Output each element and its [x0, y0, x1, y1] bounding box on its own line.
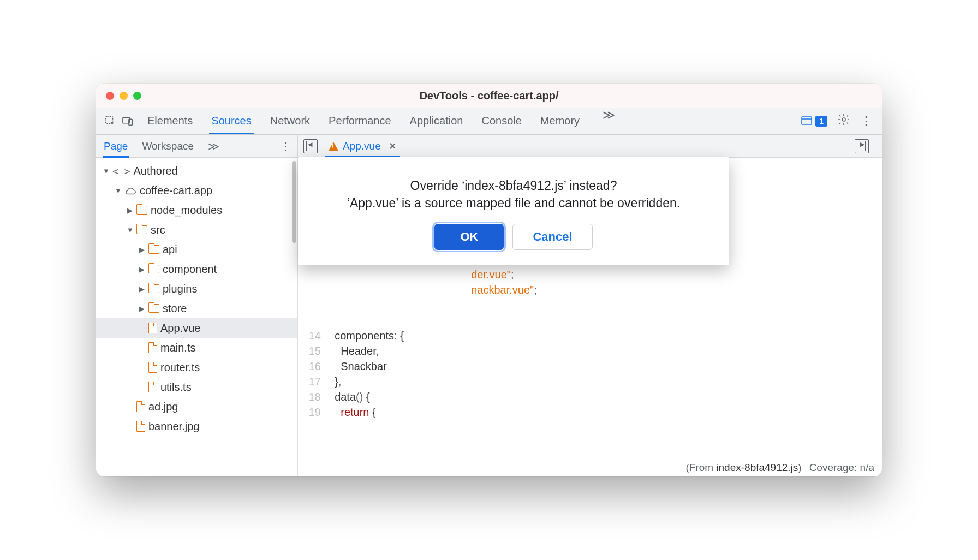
chevron-down-icon	[127, 226, 133, 234]
navigator-tabs: Page Workspace ≫ ⋮	[96, 135, 298, 157]
svg-point-4	[842, 118, 845, 121]
file-icon	[148, 382, 157, 392]
window-title: DevTools - coffee-cart.app/	[96, 90, 882, 102]
tab-memory[interactable]: Memory	[540, 108, 580, 134]
more-options-icon[interactable]: ⋮	[860, 114, 872, 128]
svg-rect-2	[129, 119, 132, 125]
tab-sources[interactable]: Sources	[211, 108, 251, 134]
tree-file-main-ts[interactable]: main.ts	[96, 338, 297, 358]
chevron-right-icon	[139, 265, 145, 273]
file-icon	[148, 362, 157, 373]
tree-authored[interactable]: < > Authored	[96, 161, 297, 181]
tree-folder-node-modules[interactable]: node_modules	[96, 200, 297, 220]
tabs-overflow-icon[interactable]: ≫	[598, 108, 619, 134]
toggle-navigator-icon[interactable]	[303, 139, 318, 153]
tree-domain[interactable]: coffee-cart.app	[96, 181, 297, 200]
zoom-window-button[interactable]	[133, 92, 141, 100]
tree-folder-api[interactable]: api	[96, 240, 297, 259]
tree-file-ad-jpg[interactable]: ad.jpg	[96, 397, 297, 416]
coverage-status: Coverage: n/a	[809, 462, 874, 474]
titlebar: DevTools - coffee-cart.app/	[96, 84, 882, 108]
traffic-lights	[106, 92, 141, 100]
source-map-origin: (From index-8bfa4912.js)	[685, 462, 801, 474]
file-icon	[148, 323, 157, 333]
chevron-down-icon	[103, 167, 109, 175]
inspect-element-icon[interactable]	[103, 114, 118, 129]
tree-folder-components[interactable]: component	[96, 259, 297, 279]
file-icon	[136, 421, 145, 432]
tree-folder-store[interactable]: store	[96, 299, 297, 318]
subtab-workspace[interactable]: Workspace	[142, 135, 194, 157]
cancel-button[interactable]: Cancel	[512, 224, 592, 250]
folder-icon	[136, 225, 147, 234]
device-toolbar-icon[interactable]	[120, 114, 135, 129]
file-tab-label: App.vue	[343, 140, 381, 152]
file-tab-app-vue[interactable]: App.vue ✕	[325, 136, 400, 157]
file-icon	[136, 401, 145, 412]
devtools-window: DevTools - coffee-cart.app/ Elements Sou…	[96, 84, 882, 476]
navigator-more-icon[interactable]: ⋮	[280, 140, 291, 153]
tab-console[interactable]: Console	[481, 108, 521, 134]
editor-tabstrip: App.vue ✕	[298, 135, 882, 157]
tab-elements[interactable]: Elements	[147, 108, 193, 134]
minimize-window-button[interactable]	[120, 92, 128, 100]
folder-icon	[148, 245, 159, 254]
tree-file-utils-ts[interactable]: utils.ts	[96, 377, 297, 397]
settings-icon[interactable]	[837, 113, 850, 129]
file-icon	[148, 342, 157, 353]
main-tabbar: Elements Sources Network Performance App…	[96, 108, 882, 135]
warning-icon	[329, 142, 338, 151]
override-dialog: Override ‘index-8bfa4912.js’ instead? ‘A…	[298, 157, 729, 265]
tree-folder-src[interactable]: src	[96, 220, 297, 240]
tree-file-app-vue[interactable]: App.vue	[96, 318, 297, 338]
folder-icon	[148, 304, 159, 313]
tab-performance[interactable]: Performance	[329, 108, 391, 134]
folder-icon	[136, 206, 147, 215]
issues-count: 1	[815, 116, 827, 127]
editor-statusbar: (From index-8bfa4912.js) Coverage: n/a	[298, 458, 882, 476]
folder-icon	[148, 284, 159, 293]
cloud-icon	[124, 186, 136, 195]
file-navigator: < > Authored coffee-cart.app node_module…	[96, 158, 298, 476]
close-tab-icon[interactable]: ✕	[389, 140, 397, 152]
chevron-down-icon	[115, 187, 121, 195]
tab-network[interactable]: Network	[270, 108, 310, 134]
tree-folder-plugins[interactable]: plugins	[96, 279, 297, 299]
toggle-debugger-icon[interactable]	[855, 139, 869, 153]
ok-button[interactable]: OK	[434, 224, 504, 250]
folder-icon	[148, 265, 159, 273]
subtabs-overflow-icon[interactable]: ≫	[208, 140, 219, 153]
scrollbar-thumb[interactable]	[292, 161, 296, 243]
issues-button[interactable]: 1	[801, 116, 827, 127]
svg-rect-3	[802, 117, 812, 124]
close-window-button[interactable]	[106, 92, 114, 100]
chevron-right-icon	[139, 246, 145, 254]
tab-application[interactable]: Application	[410, 108, 463, 134]
authored-icon: < >	[112, 165, 130, 177]
chevron-right-icon	[139, 305, 145, 313]
tree-file-banner-jpg[interactable]: banner.jpg	[96, 416, 297, 436]
chevron-right-icon	[127, 206, 133, 215]
chevron-right-icon	[139, 285, 145, 293]
tree-file-router-ts[interactable]: router.ts	[96, 358, 297, 377]
main-tabs: Elements Sources Network Performance App…	[147, 108, 799, 134]
source-map-link[interactable]: index-8bfa4912.js	[716, 462, 798, 473]
dialog-message: Override ‘index-8bfa4912.js’ instead? ‘A…	[314, 177, 713, 212]
subtab-page[interactable]: Page	[104, 135, 128, 157]
sources-subbar: Page Workspace ≫ ⋮ App.vue ✕	[96, 135, 882, 158]
